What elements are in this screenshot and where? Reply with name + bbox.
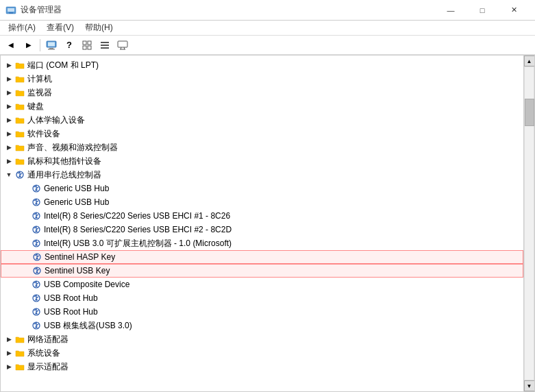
tree-item[interactable]: Intel(R) 8 Series/C220 Series USB EHCI #… bbox=[1, 223, 523, 236]
tree-item[interactable]: Sentinel HASP Key bbox=[1, 250, 523, 264]
expand-btn[interactable]: ▼ bbox=[3, 169, 14, 180]
tree-item[interactable]: ▶ 显示适配器 bbox=[1, 360, 523, 373]
tree-area[interactable]: ▶ 端口 (COM 和 LPT) ▶ 计算机 ▶ 监视器 ▶ 键盘 ▶ 人体学输… bbox=[1, 56, 523, 391]
svg-rect-12 bbox=[101, 45, 109, 46]
tree-item[interactable]: ▶ 系统设备 bbox=[1, 346, 523, 360]
tree-item[interactable]: Sentinel USB Key bbox=[1, 264, 523, 278]
app-icon bbox=[5, 5, 16, 16]
scroll-down[interactable]: ▼ bbox=[524, 380, 535, 391]
tree-item[interactable]: USB Root Hub bbox=[1, 291, 523, 305]
tree-item[interactable]: ▶ 端口 (COM 和 LPT) bbox=[1, 58, 523, 72]
item-label: USB Root Hub bbox=[44, 307, 98, 317]
minimize-button[interactable]: — bbox=[435, 0, 466, 21]
tree-item[interactable]: Generic USB Hub bbox=[1, 182, 523, 195]
tree-item[interactable]: ▼ 通用串行总线控制器 bbox=[1, 168, 523, 182]
item-label: USB Root Hub bbox=[44, 293, 98, 303]
tree-item[interactable]: USB Root Hub bbox=[1, 305, 523, 319]
svg-rect-62 bbox=[36, 286, 38, 287]
expand-btn[interactable] bbox=[20, 320, 31, 331]
expand-btn[interactable]: ▶ bbox=[3, 347, 14, 358]
toolbar-back[interactable]: ◀ bbox=[3, 38, 19, 53]
svg-rect-8 bbox=[88, 41, 91, 45]
svg-rect-57 bbox=[36, 272, 38, 273]
usb-device-icon bbox=[31, 238, 42, 249]
menu-file[interactable]: 操作(A) bbox=[3, 21, 41, 35]
expand-btn[interactable] bbox=[20, 210, 31, 221]
expand-btn[interactable] bbox=[20, 197, 31, 208]
tree-item[interactable]: ▶ 鼠标和其他指针设备 bbox=[1, 154, 523, 168]
network-icon bbox=[14, 334, 25, 345]
item-label: 端口 (COM 和 LPT) bbox=[27, 60, 99, 71]
item-label: 鼠标和其他指针设备 bbox=[27, 156, 101, 167]
tree-item[interactable]: USB 根集线器(USB 3.0) bbox=[1, 319, 523, 332]
scroll-up[interactable]: ▲ bbox=[524, 56, 535, 66]
expand-btn[interactable]: ▶ bbox=[3, 128, 14, 139]
tree-item[interactable]: ▶ 声音、视频和游戏控制器 bbox=[1, 140, 523, 154]
window-title: 设备管理器 bbox=[21, 4, 62, 16]
usb-device-icon bbox=[31, 224, 42, 235]
expand-btn[interactable]: ▶ bbox=[3, 361, 14, 372]
tree-item[interactable]: ▶ 键盘 bbox=[1, 99, 523, 113]
expand-btn[interactable]: ▶ bbox=[3, 156, 14, 167]
item-label: Generic USB Hub bbox=[44, 184, 109, 193]
expand-btn[interactable] bbox=[21, 252, 32, 262]
svg-rect-6 bbox=[48, 49, 55, 50]
scroll-track[interactable] bbox=[524, 66, 534, 380]
tree-item[interactable]: USB Composite Device bbox=[1, 278, 523, 291]
svg-rect-47 bbox=[36, 245, 38, 246]
tree-item[interactable]: Generic USB Hub bbox=[1, 195, 523, 209]
toolbar-monitor[interactable] bbox=[114, 38, 131, 53]
expand-btn[interactable] bbox=[21, 265, 32, 276]
expand-btn[interactable] bbox=[20, 306, 31, 317]
expand-btn[interactable] bbox=[20, 279, 31, 290]
expand-btn[interactable] bbox=[20, 224, 31, 235]
expand-btn[interactable]: ▶ bbox=[3, 334, 14, 345]
expand-btn[interactable]: ▶ bbox=[3, 87, 14, 98]
tree-item[interactable]: ▶ 软件设备 bbox=[1, 127, 523, 140]
usb-device-icon bbox=[31, 210, 42, 221]
tree-item[interactable]: ▶ 监视器 bbox=[1, 86, 523, 99]
usb-device-icon bbox=[31, 279, 42, 290]
item-label: 网络适配器 bbox=[27, 334, 69, 345]
usb-device-icon bbox=[31, 293, 42, 304]
toolbar-forward[interactable]: ▶ bbox=[21, 38, 37, 53]
scroll-thumb[interactable] bbox=[525, 99, 534, 126]
expand-btn[interactable] bbox=[20, 238, 31, 249]
svg-rect-67 bbox=[36, 299, 38, 301]
close-button[interactable]: ✕ bbox=[498, 0, 530, 21]
port-icon bbox=[14, 60, 25, 71]
item-label: 监视器 bbox=[27, 87, 52, 99]
item-label: 软件设备 bbox=[27, 128, 60, 140]
expand-btn[interactable]: ▶ bbox=[3, 60, 14, 71]
expand-btn[interactable]: ▶ bbox=[3, 73, 14, 84]
expand-btn[interactable]: ▶ bbox=[3, 101, 14, 112]
item-label: 声音、视频和游戏控制器 bbox=[27, 142, 118, 154]
menu-view[interactable]: 查看(V) bbox=[41, 21, 79, 35]
main-content: ▶ 端口 (COM 和 LPT) ▶ 计算机 ▶ 监视器 ▶ 键盘 ▶ 人体学输… bbox=[0, 55, 535, 392]
toolbar-question[interactable]: ? bbox=[61, 38, 77, 53]
tree-item[interactable]: ▶ 计算机 bbox=[1, 72, 523, 86]
toolbar-list[interactable] bbox=[97, 38, 113, 53]
toolbar-grid[interactable] bbox=[79, 38, 95, 53]
expand-btn[interactable] bbox=[20, 183, 31, 194]
right-scrollbar[interactable]: ▲ ▼ bbox=[523, 56, 534, 391]
maximize-button[interactable]: □ bbox=[466, 0, 498, 21]
hid-icon bbox=[14, 114, 25, 125]
tree-item[interactable]: ▶ 人体学输入设备 bbox=[1, 113, 523, 127]
monitor-icon bbox=[14, 87, 25, 98]
item-label: Sentinel USB Key bbox=[45, 266, 110, 275]
expand-btn[interactable] bbox=[20, 293, 31, 304]
tree-item[interactable]: ▶ 网络适配器 bbox=[1, 332, 523, 346]
svg-rect-9 bbox=[83, 46, 86, 49]
toolbar-computer[interactable] bbox=[43, 38, 60, 53]
svg-rect-10 bbox=[88, 46, 91, 49]
expand-btn[interactable]: ▶ bbox=[3, 114, 14, 125]
item-label: 计算机 bbox=[27, 73, 52, 85]
expand-btn[interactable]: ▶ bbox=[3, 142, 14, 153]
item-label: 显示适配器 bbox=[27, 361, 69, 373]
menu-help[interactable]: 帮助(H) bbox=[79, 21, 119, 35]
tree-item[interactable]: Intel(R) 8 Series/C220 Series USB EHCI #… bbox=[1, 209, 523, 223]
tree-item[interactable]: Intel(R) USB 3.0 可扩展主机控制器 - 1.0 (Microso… bbox=[1, 236, 523, 250]
software-icon bbox=[14, 128, 25, 139]
svg-rect-4 bbox=[48, 42, 55, 46]
